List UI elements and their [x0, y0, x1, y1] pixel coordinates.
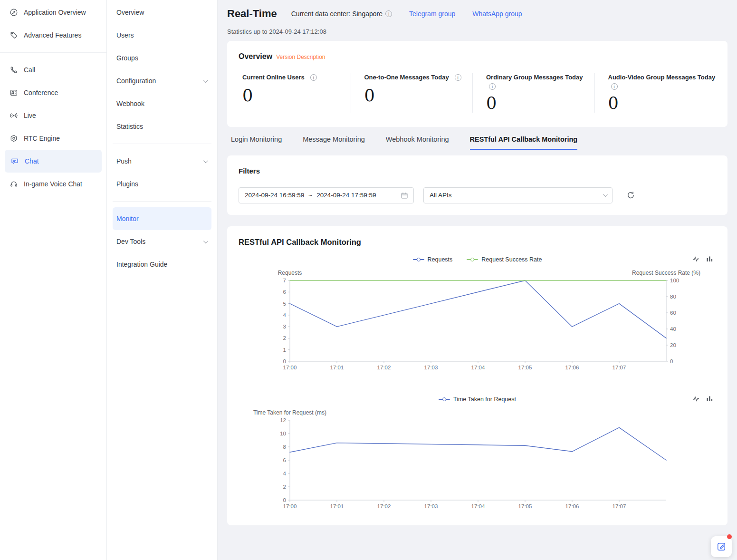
whatsapp-group-link[interactable]: WhatsApp group	[472, 10, 522, 18]
overview-card: Overview Version Description Current Onl…	[227, 41, 727, 127]
sidebar-item-application-overview[interactable]: Application Overview	[0, 1, 106, 24]
tab-restful-api-callback-monitoring[interactable]: RESTful API Callback Monitoring	[470, 135, 578, 150]
legend-request-success-rate[interactable]: Request Success Rate	[467, 256, 542, 263]
version-description-link[interactable]: Version Description	[276, 54, 325, 60]
legend-requests[interactable]: Requests	[413, 256, 453, 263]
sidebar-item-rtc-engine[interactable]: RTC Engine	[0, 127, 106, 150]
sidebar-item-chat[interactable]: Chat	[5, 150, 102, 173]
feedback-button[interactable]	[711, 536, 732, 557]
svg-text:20: 20	[670, 342, 676, 348]
tab-login-monitoring[interactable]: Login Monitoring	[231, 135, 282, 150]
svg-text:4: 4	[283, 471, 286, 476]
sidebar-item-statistics[interactable]: Statistics	[107, 115, 217, 138]
svg-text:10: 10	[280, 431, 286, 436]
sidebar-item-label: Application Overview	[24, 9, 86, 16]
legend-time-taken[interactable]: Time Taken for Request	[439, 396, 516, 403]
calendar-icon	[401, 192, 408, 199]
legend-label: Request Success Rate	[481, 256, 542, 263]
overview-title: Overview	[239, 52, 272, 61]
svg-text:1: 1	[283, 347, 286, 353]
sidebar-item-label: Call	[24, 66, 35, 74]
sidebar-item-label: Plugins	[116, 180, 138, 188]
sidebar-item-label: Dev Tools	[116, 238, 145, 245]
stat-audio-video-group-messages: Audio-Video Group Messages Today 0	[594, 73, 717, 113]
svg-text:100: 100	[670, 278, 679, 283]
sidebar-item-label: Conference	[24, 89, 58, 97]
svg-text:4: 4	[283, 312, 286, 318]
svg-text:17:06: 17:06	[565, 365, 579, 370]
sidebar-item-monitor[interactable]: Monitor	[113, 207, 211, 230]
telegram-group-link[interactable]: Telegram group	[409, 10, 455, 18]
sidebar-item-label: In-game Voice Chat	[24, 180, 82, 188]
sidebar-item-dev-tools[interactable]: Dev Tools	[107, 230, 217, 253]
time-taken-chart: 02468101217:0017:0117:0217:0317:0417:051…	[240, 407, 715, 511]
info-icon[interactable]	[310, 74, 317, 81]
sidebar-divider	[113, 201, 211, 202]
legend-marker-icon	[413, 259, 424, 260]
svg-text:2: 2	[283, 335, 286, 341]
svg-text:80: 80	[670, 294, 676, 299]
svg-text:2: 2	[283, 484, 286, 490]
chat-bubble-icon	[10, 157, 19, 165]
sidebar-item-users[interactable]: Users	[107, 24, 217, 47]
legend-marker-icon	[439, 399, 450, 400]
sidebar-item-label: Live	[24, 112, 36, 119]
sidebar-secondary: Overview Users Groups Configuration Webh…	[107, 0, 218, 560]
bar-chart-icon[interactable]	[706, 255, 713, 262]
stat-label: Current Online Users	[242, 73, 305, 82]
stat-current-online-users: Current Online Users 0	[239, 73, 351, 113]
date-range-input[interactable]: 2024-09-24 16:59:59 ~ 2024-09-24 17:59:5…	[239, 187, 414, 203]
sidebar-item-webhook[interactable]: Webhook	[107, 92, 217, 115]
page-title: Real-Time	[227, 8, 277, 20]
sidebar-item-label: Webhook	[116, 100, 144, 107]
svg-text:6: 6	[283, 457, 286, 463]
line-chart-icon[interactable]	[692, 255, 699, 262]
headset-icon	[10, 180, 18, 188]
sidebar-item-label: Integration Guide	[116, 261, 167, 268]
svg-text:6: 6	[283, 289, 286, 295]
refresh-button[interactable]	[627, 191, 635, 199]
tag-icon	[10, 31, 18, 39]
svg-text:17:04: 17:04	[471, 503, 485, 509]
chevron-down-icon	[203, 158, 208, 163]
sidebar-item-label: Advanced Features	[24, 31, 81, 39]
sidebar-item-integration-guide[interactable]: Integration Guide	[107, 253, 217, 276]
sidebar-item-groups[interactable]: Groups	[107, 47, 217, 69]
sidebar-item-call[interactable]: Call	[0, 58, 106, 81]
sidebar-item-push[interactable]: Push	[107, 150, 217, 173]
sidebar-item-label: Monitor	[116, 215, 139, 222]
api-select[interactable]: All APIs	[423, 187, 613, 203]
svg-text:17:03: 17:03	[424, 365, 438, 370]
legend-marker-icon	[467, 259, 478, 260]
sidebar-item-configuration[interactable]: Configuration	[107, 69, 217, 92]
sidebar-item-ingame-voice-chat[interactable]: In-game Voice Chat	[0, 173, 106, 195]
info-icon[interactable]	[611, 83, 618, 90]
line-chart-icon[interactable]	[692, 395, 699, 402]
info-icon[interactable]	[489, 83, 496, 90]
info-icon[interactable]	[455, 74, 461, 81]
sidebar-divider	[113, 144, 211, 144]
tab-webhook-monitoring[interactable]: Webhook Monitoring	[386, 135, 449, 150]
sidebar-item-conference[interactable]: Conference	[0, 81, 106, 104]
stat-label: One-to-One Messages Today	[364, 73, 449, 82]
date-end: 2024-09-24 17:59:59	[316, 192, 376, 199]
conference-icon	[10, 88, 18, 97]
bar-chart-icon[interactable]	[706, 395, 713, 402]
svg-text:17:05: 17:05	[518, 503, 532, 509]
svg-text:40: 40	[670, 326, 676, 332]
sidebar-item-live[interactable]: Live	[0, 104, 106, 127]
sidebar-item-plugins[interactable]: Plugins	[107, 173, 217, 195]
sidebar-item-label: Groups	[116, 54, 138, 62]
svg-text:Time Taken for Request (ms): Time Taken for Request (ms)	[253, 409, 326, 416]
svg-text:17:06: 17:06	[565, 503, 579, 509]
filters-title: Filters	[239, 167, 716, 175]
sidebar-item-overview[interactable]: Overview	[107, 1, 217, 24]
svg-text:5: 5	[283, 300, 286, 306]
svg-text:60: 60	[670, 310, 676, 316]
data-center-text: Current data center: Singapore	[291, 10, 383, 18]
sidebar-item-advanced-features[interactable]: Advanced Features	[0, 24, 106, 47]
info-icon[interactable]	[385, 10, 392, 17]
tab-message-monitoring[interactable]: Message Monitoring	[303, 135, 365, 150]
svg-text:17:02: 17:02	[377, 503, 391, 509]
stat-value: 0	[242, 86, 351, 105]
